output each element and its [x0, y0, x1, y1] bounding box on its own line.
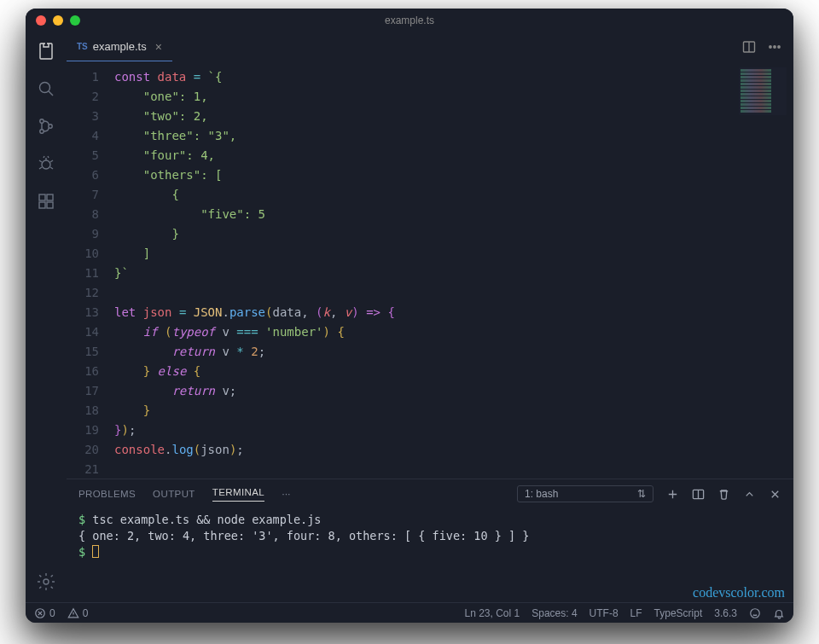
minimize-window-button[interactable] [53, 15, 63, 26]
code-line[interactable]: }); [114, 421, 793, 440]
svg-point-4 [42, 160, 50, 169]
code-line[interactable]: return v; [114, 381, 793, 401]
code-line[interactable]: "one": 1, [114, 87, 793, 107]
code-line[interactable]: { [114, 185, 793, 205]
panel-tab-terminal[interactable]: TERMINAL [212, 487, 264, 502]
svg-point-13 [778, 46, 780, 48]
editor-area: 123456789101112131415161718192021 const … [67, 62, 793, 479]
code-line[interactable]: "three": "3", [114, 126, 793, 146]
maximize-window-button[interactable] [70, 15, 80, 26]
new-terminal-icon[interactable] [665, 487, 679, 501]
code-line[interactable]: } [114, 224, 793, 244]
code-line[interactable]: } else { [114, 362, 793, 381]
svg-rect-7 [47, 202, 53, 208]
minimap[interactable] [739, 67, 787, 115]
line-number: 14 [67, 322, 99, 342]
activity-bar [26, 32, 67, 602]
line-number: 11 [67, 264, 99, 283]
line-number: 19 [67, 421, 99, 440]
status-language[interactable]: TypeScript [654, 607, 703, 619]
terminal-output[interactable]: $ tsc example.ts && node example.js{ one… [67, 508, 793, 602]
status-encoding[interactable]: UTF-8 [590, 607, 619, 619]
editor-group: TS example.ts × 123456789101112131415161… [67, 32, 793, 602]
editor-actions [742, 32, 793, 61]
code-content[interactable]: const data = `{ "one": 1, "two": 2, "thr… [114, 67, 793, 479]
code-line[interactable]: "two": 2, [114, 107, 793, 126]
code-line[interactable]: ] [114, 244, 793, 264]
status-bar: 0 0 Ln 23, Col 1 Spaces: 4 UTF-8 LF Type… [26, 602, 793, 623]
extensions-icon[interactable] [34, 189, 58, 213]
status-bell-icon[interactable] [773, 607, 785, 619]
search-icon[interactable] [34, 77, 58, 101]
line-number: 20 [67, 440, 99, 460]
svg-point-2 [40, 130, 44, 133]
code-line[interactable]: } [114, 401, 793, 421]
code-line[interactable]: }` [114, 264, 793, 283]
status-ts-version[interactable]: 3.6.3 [714, 607, 737, 619]
window-controls [36, 15, 80, 26]
line-number: 5 [67, 146, 99, 165]
line-number: 10 [67, 244, 99, 264]
svg-point-16 [751, 608, 760, 618]
svg-point-1 [40, 119, 44, 123]
terminal-selector[interactable]: 1: bash ⇅ [517, 485, 653, 502]
line-number: 13 [67, 303, 99, 322]
watermark-text: codevscolor.com [693, 584, 785, 600]
code-line[interactable]: if (typeof v === 'number') { [114, 322, 793, 342]
panel-tab-problems[interactable]: PROBLEMS [78, 489, 136, 499]
svg-point-0 [40, 83, 50, 93]
status-feedback-icon[interactable] [749, 607, 761, 619]
close-window-button[interactable] [36, 15, 46, 26]
terminal-line: { one: 2, two: 4, three: '3', four: 8, o… [78, 528, 781, 544]
line-number: 18 [67, 401, 99, 421]
tab-bar: TS example.ts × [67, 32, 793, 62]
terminal-line: $ tsc example.ts && node example.js [78, 512, 781, 528]
code-line[interactable]: "four": 4, [114, 146, 793, 165]
line-number: 7 [67, 185, 99, 205]
code-line[interactable]: "others": [ [114, 165, 793, 185]
code-line[interactable] [114, 460, 793, 479]
workbench: TS example.ts × 123456789101112131415161… [26, 32, 793, 602]
tab-language-badge: TS [77, 42, 88, 51]
line-number: 17 [67, 381, 99, 401]
line-number: 2 [67, 87, 99, 107]
debug-icon[interactable] [34, 152, 58, 176]
status-eol[interactable]: LF [630, 607, 642, 619]
status-warnings[interactable]: 0 [67, 607, 89, 619]
tab-example-ts[interactable]: TS example.ts × [67, 32, 172, 61]
panel-tabs: PROBLEMS OUTPUT TERMINAL ··· 1: bash ⇅ [67, 479, 793, 508]
svg-rect-6 [39, 202, 45, 208]
code-line[interactable]: return v * 2; [114, 342, 793, 362]
settings-gear-icon[interactable] [34, 570, 58, 594]
panel-more-icon[interactable]: ··· [282, 488, 290, 500]
explorer-icon[interactable] [34, 39, 58, 63]
status-cursor-position[interactable]: Ln 23, Col 1 [464, 607, 520, 619]
tab-close-icon[interactable]: × [155, 40, 162, 54]
line-number: 9 [67, 224, 99, 244]
more-actions-icon[interactable] [768, 40, 781, 54]
line-number: 6 [67, 165, 99, 185]
panel-tab-output[interactable]: OUTPUT [153, 489, 195, 499]
panel-close-icon[interactable] [768, 487, 781, 501]
code-line[interactable] [114, 283, 793, 303]
split-editor-icon[interactable] [742, 40, 756, 54]
status-indentation[interactable]: Spaces: 4 [531, 607, 577, 619]
code-line[interactable]: console.log(json); [114, 440, 793, 460]
line-number: 3 [67, 107, 99, 126]
editor-window: example.ts [26, 9, 793, 623]
terminal-line: $ [78, 544, 781, 560]
code-line[interactable]: "five": 5 [114, 205, 793, 224]
kill-terminal-icon[interactable] [717, 487, 730, 501]
terminal-selector-label: 1: bash [525, 488, 558, 500]
svg-rect-5 [39, 194, 45, 200]
code-line[interactable]: let json = JSON.parse(data, (k, v) => { [114, 303, 793, 322]
status-errors[interactable]: 0 [34, 607, 55, 619]
split-terminal-icon[interactable] [691, 487, 705, 501]
code-line[interactable]: const data = `{ [114, 67, 793, 87]
chevron-updown-icon: ⇅ [637, 488, 646, 500]
bottom-panel: PROBLEMS OUTPUT TERMINAL ··· 1: bash ⇅ [67, 479, 793, 602]
line-number: 8 [67, 205, 99, 224]
source-control-icon[interactable] [34, 114, 58, 138]
code-editor[interactable]: 123456789101112131415161718192021 const … [67, 62, 793, 479]
panel-maximize-icon[interactable] [742, 487, 756, 501]
